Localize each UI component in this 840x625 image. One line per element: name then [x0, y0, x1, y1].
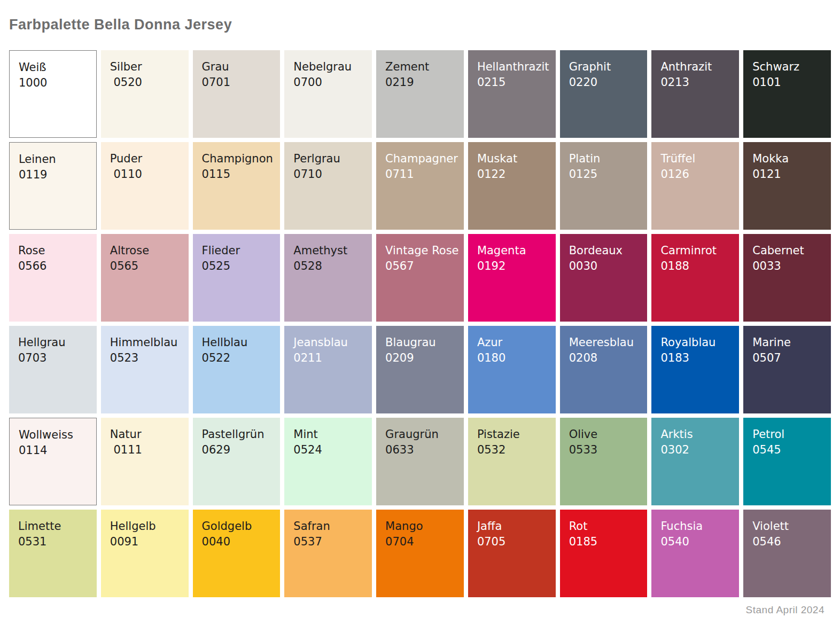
color-swatch-0125: Platin0125 — [560, 142, 648, 230]
color-swatch-0522: Hellblau0522 — [193, 326, 281, 413]
swatch-name: Nebelgrau — [293, 59, 368, 75]
color-swatch-0180: Azur0180 — [468, 326, 556, 413]
swatch-code: 0115 — [202, 167, 276, 182]
swatch-code: 0566 — [18, 259, 92, 274]
swatch-code: 0520 — [110, 75, 184, 90]
swatch-code: 0522 — [202, 350, 276, 366]
swatch-name: Puder — [110, 151, 184, 167]
color-swatch-0126: Trüffel0126 — [651, 142, 739, 230]
swatch-code: 0507 — [752, 350, 827, 366]
swatch-code: 0565 — [110, 259, 184, 274]
version-date-label: Stand April 2024 — [9, 604, 831, 616]
swatch-code: 0091 — [110, 534, 184, 550]
swatch-code: 0188 — [660, 259, 735, 274]
swatch-name: Limette — [18, 519, 92, 534]
swatch-name: Schwarz — [752, 59, 827, 75]
swatch-name: Goldgelb — [202, 519, 276, 534]
color-palette-page: Farbpalette Bella Donna Jersey Weiß1000S… — [0, 0, 840, 625]
color-swatch-0528: Amethyst0528 — [284, 234, 372, 322]
color-swatch-0633: Graugrün0633 — [376, 418, 464, 505]
swatch-name: Champagner — [385, 151, 460, 167]
color-swatch-0701: Grau0701 — [193, 50, 281, 138]
swatch-name: Mango — [385, 519, 460, 534]
color-swatch-0531: Limette0531 — [9, 510, 97, 597]
color-swatch-0710: Perlgrau0710 — [284, 142, 372, 230]
swatch-code: 0629 — [202, 442, 276, 458]
swatch-name: Fuchsia — [660, 519, 735, 534]
color-swatch-0537: Safran0537 — [284, 510, 372, 597]
swatch-code: 0546 — [752, 534, 827, 550]
color-swatch-0566: Rose0566 — [9, 234, 97, 322]
color-swatch-grid: Weiß1000Silber 0520Grau0701Nebelgrau0700… — [9, 50, 831, 597]
swatch-code: 0710 — [293, 167, 368, 182]
swatch-code: 0540 — [660, 534, 735, 550]
swatch-code: 0125 — [569, 167, 643, 182]
color-swatch-0185: Rot0185 — [560, 510, 648, 597]
swatch-code: 0704 — [385, 534, 460, 550]
swatch-name: Jaffa — [477, 519, 551, 534]
swatch-name: Petrol — [752, 427, 827, 442]
swatch-code: 0524 — [293, 442, 368, 458]
swatch-code: 0700 — [293, 75, 368, 90]
swatch-name: Wollweiss — [19, 427, 92, 443]
color-swatch-0302: Arktis0302 — [651, 418, 739, 505]
swatch-code: 0192 — [477, 259, 551, 274]
color-swatch-0111: Natur 0111 — [101, 418, 189, 505]
color-swatch-0507: Marine0507 — [743, 326, 831, 413]
color-swatch-0700: Nebelgrau0700 — [284, 50, 372, 138]
color-swatch-0114: Wollweiss0114 — [9, 418, 97, 505]
swatch-name: Rose — [18, 243, 92, 259]
swatch-name: Hellgelb — [110, 519, 184, 534]
color-swatch-0533: Olive0533 — [560, 418, 648, 505]
color-swatch-0091: Hellgelb0091 — [101, 510, 189, 597]
color-swatch-0110: Puder 0110 — [101, 142, 189, 230]
swatch-code: 0537 — [293, 534, 368, 550]
swatch-code: 0033 — [752, 259, 827, 274]
color-swatch-0115: Champignon0115 — [193, 142, 281, 230]
swatch-code: 0215 — [477, 75, 551, 90]
swatch-name: Carminrot — [660, 243, 735, 259]
swatch-name: Azur — [477, 335, 551, 350]
color-swatch-0119: Leinen0119 — [9, 142, 97, 230]
color-swatch-0567: Vintage Rose0567 — [376, 234, 464, 322]
swatch-code: 0121 — [752, 167, 827, 182]
swatch-code: 0567 — [385, 259, 460, 274]
swatch-code: 0030 — [569, 259, 643, 274]
swatch-name: Jeansblau — [293, 335, 368, 350]
color-swatch-0213: Anthrazit0213 — [651, 50, 739, 138]
swatch-name: Arktis — [660, 427, 735, 442]
color-swatch-0704: Mango0704 — [376, 510, 464, 597]
swatch-code: 0185 — [569, 534, 643, 550]
color-swatch-0192: Magenta0192 — [468, 234, 556, 322]
swatch-name: Anthrazit — [660, 59, 735, 75]
swatch-name: Champignon — [202, 151, 276, 167]
swatch-name: Mokka — [752, 151, 827, 167]
swatch-code: 0111 — [110, 442, 184, 458]
swatch-code: 0302 — [660, 442, 735, 458]
swatch-name: Muskat — [477, 151, 551, 167]
color-swatch-0525: Flieder0525 — [193, 234, 281, 322]
color-swatch-0183: Royalblau0183 — [651, 326, 739, 413]
swatch-code: 0220 — [569, 75, 643, 90]
swatch-code: 0122 — [477, 167, 551, 182]
color-swatch-0033: Cabernet0033 — [743, 234, 831, 322]
swatch-name: Pastellgrün — [202, 427, 276, 442]
color-swatch-0122: Muskat0122 — [468, 142, 556, 230]
swatch-name: Vintage Rose — [385, 243, 460, 259]
color-swatch-0524: Mint0524 — [284, 418, 372, 505]
swatch-name: Graphit — [569, 59, 643, 75]
swatch-name: Weiß — [19, 60, 92, 75]
color-swatch-0211: Jeansblau0211 — [284, 326, 372, 413]
swatch-code: 0705 — [477, 534, 551, 550]
page-title: Farbpalette Bella Donna Jersey — [9, 16, 831, 34]
swatch-name: Marine — [752, 335, 827, 350]
swatch-name: Amethyst — [293, 243, 368, 259]
swatch-code: 0208 — [569, 350, 643, 366]
swatch-code: 0219 — [385, 75, 460, 90]
swatch-name: Zement — [385, 59, 460, 75]
swatch-name: Hellgrau — [18, 335, 92, 350]
color-swatch-0703: Hellgrau0703 — [9, 326, 97, 413]
swatch-name: Hellanthrazit — [477, 59, 551, 75]
swatch-code: 0545 — [752, 442, 827, 458]
swatch-name: Trüffel — [660, 151, 735, 167]
